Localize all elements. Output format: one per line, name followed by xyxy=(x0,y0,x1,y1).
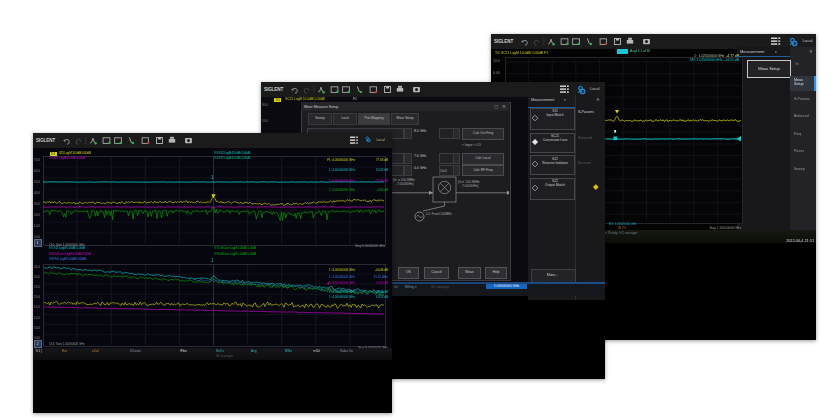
svg-text:1: 1 xyxy=(211,258,214,263)
